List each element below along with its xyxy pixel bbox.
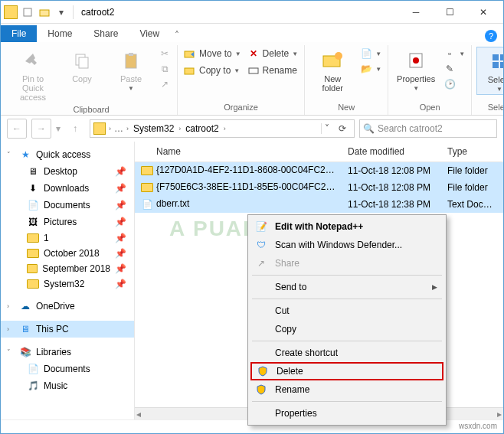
breadcrumb[interactable]: System32: [132, 123, 175, 134]
ctx-cut[interactable]: Cut: [250, 302, 443, 320]
up-button[interactable]: ↑: [65, 119, 85, 139]
history-button[interactable]: 🕑: [442, 77, 466, 91]
select-button[interactable]: Select ▼: [476, 47, 504, 95]
move-to-button[interactable]: Move to▼: [182, 47, 243, 60]
paste-shortcut-button[interactable]: ↗: [157, 77, 172, 91]
collapse-ribbon-icon[interactable]: ˄: [170, 28, 184, 42]
easy-access-button[interactable]: 📂▼: [358, 62, 383, 76]
refresh-icon[interactable]: ⟳: [334, 123, 351, 134]
search-input[interactable]: 🔍 Search catroot2: [359, 119, 497, 138]
sidebar-item[interactable]: System32📌: [1, 276, 134, 292]
copy-path-button[interactable]: ⧉: [157, 62, 172, 76]
ctx-delete[interactable]: Delete: [250, 362, 443, 380]
table-row[interactable]: 📄dberr.txt11-Oct-18 12:38 PMText Documen: [135, 196, 503, 213]
forward-button[interactable]: →: [31, 119, 51, 139]
shield-icon: 🛡: [254, 240, 269, 250]
qat-new-folder-icon[interactable]: [36, 4, 53, 21]
history-dropdown-icon[interactable]: ˅: [321, 123, 332, 134]
column-name[interactable]: Name: [135, 142, 342, 162]
sidebar-item[interactable]: 🖼Pictures📌: [1, 214, 134, 230]
copy-path-icon: ⧉: [159, 63, 171, 75]
copy-button[interactable]: Copy: [59, 47, 105, 85]
pin-icon: 📌: [115, 263, 131, 274]
nav-icon: 📄: [27, 199, 39, 211]
quick-access-header[interactable]: ˅ ★ Quick access: [1, 146, 134, 163]
sidebar-item[interactable]: 1📌: [1, 230, 134, 246]
table-row[interactable]: {127D0A1D-4EF2-11D1-8608-00C04FC295…11-O…: [135, 162, 503, 179]
separator: [252, 299, 442, 299]
separator: [252, 341, 442, 341]
address-bar[interactable]: › … › System32 › catroot2 › ˅ ⟳: [90, 119, 355, 138]
qat-properties-icon[interactable]: [19, 4, 36, 21]
ctx-copy[interactable]: Copy: [250, 320, 443, 338]
delete-button[interactable]: ✕ Delete▼: [246, 47, 300, 60]
tab-share[interactable]: Share: [83, 25, 129, 42]
svg-rect-14: [500, 54, 504, 60]
copy-to-button[interactable]: Copy to▼: [182, 64, 243, 77]
rename-button[interactable]: Rename: [246, 64, 300, 77]
sidebar-item[interactable]: ⬇Downloads📌: [1, 180, 134, 197]
folder-icon: [93, 122, 106, 135]
chevron-right-icon: ›: [107, 125, 113, 132]
group-label-organize: Organize: [224, 101, 258, 115]
chevron-down-icon: ▼: [413, 85, 419, 92]
column-type[interactable]: Type: [441, 142, 503, 162]
pin-icon: 📌: [115, 200, 131, 210]
text-file-icon: 📄: [142, 199, 153, 210]
new-item-button[interactable]: 📄▼: [358, 47, 383, 60]
select-icon: [487, 49, 504, 73]
chevron-down-icon: ▼: [496, 86, 502, 93]
table-row[interactable]: {F750E6C3-38EE-11D1-85E5-00C04FC295…11-O…: [135, 179, 503, 196]
sidebar-item[interactable]: 🖥Desktop📌: [1, 163, 134, 180]
ctx-properties[interactable]: Properties: [250, 404, 443, 423]
recent-locations-button[interactable]: ▾: [56, 123, 61, 134]
notepad-icon: 📝: [254, 221, 269, 232]
navigation-pane[interactable]: ˅ ★ Quick access 🖥Desktop📌⬇Downloads📌📄Do…: [1, 142, 135, 419]
open-button[interactable]: ▫▼: [442, 47, 466, 60]
file-type: Text Documen: [441, 199, 503, 210]
edit-button[interactable]: ✎: [442, 62, 466, 76]
pin-to-quick-access-button[interactable]: Pin to Quick access: [10, 47, 56, 103]
tab-file[interactable]: File: [1, 25, 37, 42]
file-date: 11-Oct-18 12:08 PM: [342, 165, 441, 176]
cut-button[interactable]: ✂: [157, 47, 172, 60]
ctx-edit-notepad[interactable]: 📝 Edit with Notepad++: [250, 217, 443, 236]
nav-label: Pictures: [44, 217, 77, 227]
onedrive-item[interactable]: › ☁ OneDrive: [1, 298, 134, 315]
sidebar-item[interactable]: October 2018📌: [1, 246, 134, 261]
breadcrumb[interactable]: catroot2: [184, 123, 220, 134]
folder-icon: [27, 233, 39, 243]
new-folder-button[interactable]: New folder: [309, 47, 355, 94]
maximize-button[interactable]: ☐: [433, 2, 466, 23]
library-item[interactable]: 📄 Documents: [1, 361, 134, 377]
svg-rect-13: [493, 54, 499, 60]
qat-dropdown-icon[interactable]: ▾: [53, 4, 70, 21]
library-item[interactable]: 🎵 Music: [1, 377, 134, 394]
easy-access-icon: 📂: [360, 63, 372, 75]
ctx-scan-defender[interactable]: 🛡 Scan with Windows Defender...: [250, 236, 443, 254]
search-placeholder: Search catroot2: [378, 123, 443, 134]
help-icon[interactable]: ?: [485, 30, 497, 42]
new-item-icon: 📄: [360, 47, 372, 60]
svg-rect-0: [24, 8, 31, 16]
column-date[interactable]: Date modified: [342, 142, 441, 162]
ctx-rename[interactable]: Rename: [250, 380, 443, 399]
properties-button[interactable]: Properties ▼: [393, 47, 439, 93]
ctx-send-to[interactable]: Send to ▶: [250, 278, 443, 296]
libraries-item[interactable]: ˅ 📚 Libraries: [1, 344, 134, 361]
tab-home[interactable]: Home: [37, 25, 83, 42]
file-date: 11-Oct-18 12:08 PM: [342, 182, 441, 193]
paste-button[interactable]: Paste ▼: [108, 47, 154, 93]
sidebar-item[interactable]: 📄Documents📌: [1, 197, 134, 214]
ctx-create-shortcut[interactable]: Create shortcut: [250, 344, 443, 362]
close-button[interactable]: ✕: [466, 2, 500, 23]
back-button[interactable]: ←: [7, 119, 27, 139]
ctx-share[interactable]: ↗ Share: [250, 254, 443, 272]
this-pc-item[interactable]: › 🖥 This PC: [1, 321, 134, 338]
tab-view[interactable]: View: [129, 25, 170, 42]
minimize-button[interactable]: ─: [399, 2, 433, 23]
nav-label: September 2018: [42, 263, 110, 274]
share-icon: ↗: [254, 258, 269, 269]
sidebar-item[interactable]: September 2018📌: [1, 261, 134, 276]
group-label-select: Select: [488, 101, 504, 115]
